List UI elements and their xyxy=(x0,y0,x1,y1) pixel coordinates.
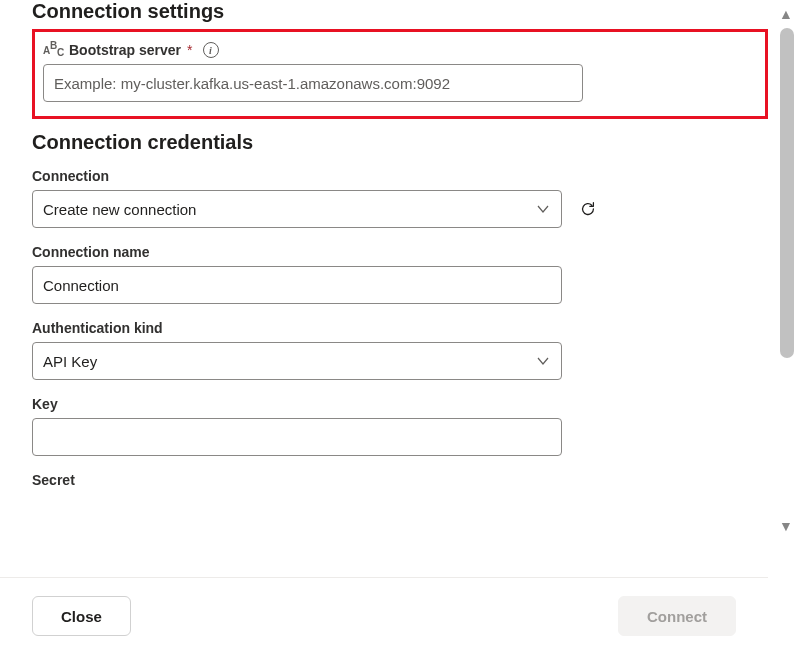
connection-select-wrapper: Create new connection xyxy=(32,190,562,228)
bootstrap-server-input[interactable] xyxy=(43,64,583,102)
key-field-group: Key xyxy=(32,396,768,456)
text-type-icon: ABC xyxy=(43,43,63,57)
connection-dropdown[interactable]: Create new connection xyxy=(32,190,562,228)
auth-kind-select-wrapper: API Key xyxy=(32,342,562,380)
info-icon[interactable]: i xyxy=(203,42,219,58)
footer: Close Connect xyxy=(0,577,768,654)
key-input[interactable] xyxy=(32,418,562,456)
scrollbar[interactable]: ▲ ▼ xyxy=(772,0,800,654)
required-asterisk: * xyxy=(187,42,192,58)
connection-name-field-group: Connection name xyxy=(32,244,768,304)
auth-kind-label: Authentication kind xyxy=(32,320,768,336)
bootstrap-label-text: Bootstrap server xyxy=(69,42,181,58)
connection-select-row: Create new connection xyxy=(32,190,768,228)
auth-kind-field-group: Authentication kind API Key xyxy=(32,320,768,380)
connection-label: Connection xyxy=(32,168,768,184)
scroll-down-icon[interactable]: ▼ xyxy=(779,518,793,534)
key-label: Key xyxy=(32,396,768,412)
bootstrap-highlight-box: ABC Bootstrap server * i xyxy=(32,29,768,119)
connection-selected-text: Create new connection xyxy=(43,201,196,218)
close-button-label: Close xyxy=(61,608,102,625)
scroll-up-icon[interactable]: ▲ xyxy=(779,6,793,22)
close-button[interactable]: Close xyxy=(32,596,131,636)
refresh-icon[interactable] xyxy=(578,199,598,219)
connection-settings-heading: Connection settings xyxy=(32,0,768,23)
connection-name-input[interactable] xyxy=(32,266,562,304)
secret-label: Secret xyxy=(32,472,768,488)
auth-kind-selected-text: API Key xyxy=(43,353,97,370)
secret-field-group: Secret xyxy=(32,472,768,488)
connect-button[interactable]: Connect xyxy=(618,596,736,636)
connection-name-label: Connection name xyxy=(32,244,768,260)
main-panel: Connection settings ABC Bootstrap server… xyxy=(0,0,800,545)
auth-kind-dropdown[interactable]: API Key xyxy=(32,342,562,380)
connect-button-label: Connect xyxy=(647,608,707,625)
bootstrap-server-label: ABC Bootstrap server * i xyxy=(43,42,757,58)
connection-field-group: Connection Create new connection xyxy=(32,168,768,228)
scroll-thumb[interactable] xyxy=(780,28,794,358)
connection-credentials-heading: Connection credentials xyxy=(32,131,768,154)
